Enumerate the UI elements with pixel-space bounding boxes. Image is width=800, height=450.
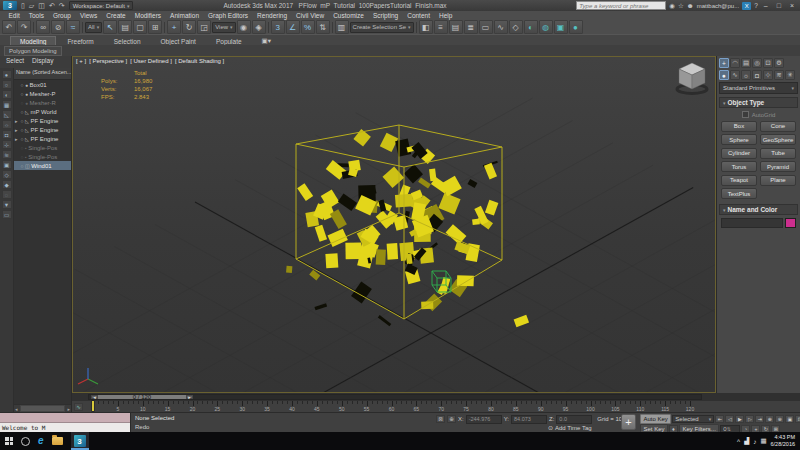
auto-key-button[interactable]: Auto Key bbox=[640, 414, 671, 424]
explorer-display-helpers-icon[interactable]: ⊹ bbox=[2, 140, 12, 149]
render-setup-icon[interactable]: ◍ bbox=[539, 20, 553, 34]
start-button[interactable] bbox=[5, 437, 13, 445]
app-menu-button[interactable]: 3 bbox=[3, 1, 17, 10]
window-crossing-icon[interactable]: ⊞ bbox=[148, 20, 162, 34]
edge-browser-icon[interactable]: e bbox=[38, 435, 44, 447]
explorer-select-all-icon[interactable]: ● bbox=[2, 70, 12, 79]
add-time-tag[interactable]: ⊙ Add Time Tag bbox=[548, 424, 592, 431]
object-type-button-tube[interactable]: Tube bbox=[760, 148, 796, 159]
track-bar[interactable]: ∿ 51015202530354045505560657075808590951… bbox=[72, 401, 800, 412]
object-type-button-textplus[interactable]: TextPlus bbox=[721, 188, 757, 199]
viewport-canvas[interactable] bbox=[73, 57, 715, 392]
signed-in-user[interactable]: mattbach@pu... bbox=[697, 3, 739, 9]
communication-center-icon[interactable]: X bbox=[742, 2, 751, 10]
explorer-frame-icon[interactable]: ▭ bbox=[2, 210, 12, 219]
go-to-end-button[interactable]: ⇥ bbox=[755, 415, 764, 423]
close-button[interactable]: × bbox=[787, 2, 797, 9]
scene-explorer-toggle-icon[interactable]: ≣ bbox=[464, 20, 478, 34]
scroll-right-icon[interactable]: ▸ bbox=[66, 406, 71, 412]
modify-tab-icon[interactable]: ◠ bbox=[730, 58, 740, 68]
new-scene-icon[interactable]: ▯ bbox=[20, 1, 26, 10]
undo-small-icon[interactable]: ↶ bbox=[48, 1, 56, 10]
workspace-dropdown[interactable]: Workspace: Default ▾ bbox=[69, 1, 134, 10]
previous-frame-button[interactable]: ◁ bbox=[725, 415, 734, 423]
explorer-menu-display[interactable]: Display bbox=[32, 57, 53, 67]
object-type-button-torus[interactable]: Torus bbox=[721, 161, 757, 172]
percent-snap-icon[interactable]: % bbox=[301, 20, 315, 34]
current-frame-marker[interactable] bbox=[92, 401, 94, 411]
previous-frame-icon[interactable]: ◂ bbox=[91, 395, 98, 399]
viewport-label-segment-2[interactable]: [ User Defined ] bbox=[130, 58, 172, 64]
object-type-button-sphere[interactable]: Sphere bbox=[721, 134, 757, 145]
create-tab-icon[interactable]: + bbox=[719, 58, 729, 68]
spinner-icon[interactable]: ⇅ bbox=[727, 426, 731, 432]
expand-arrow-icon[interactable]: ▸ bbox=[15, 118, 19, 124]
explorer-row-mesher-p[interactable]: ○●Mesher-P bbox=[14, 89, 71, 98]
menu-modifiers[interactable]: Modifiers bbox=[130, 12, 165, 19]
utilities-tab-icon[interactable]: ⚙ bbox=[774, 58, 784, 68]
selection-region-icon[interactable]: ▢ bbox=[133, 20, 147, 34]
zoom-all-icon[interactable]: ⊛ bbox=[775, 415, 784, 423]
explorer-menu-select[interactable]: Select bbox=[6, 57, 24, 67]
user-icon[interactable]: ☻ bbox=[687, 2, 694, 9]
menu-views[interactable]: Views bbox=[75, 12, 101, 19]
file-explorer-icon[interactable] bbox=[52, 437, 63, 445]
explorer-display-shapes-icon[interactable]: ◺ bbox=[2, 110, 12, 119]
explorer-filter-icon[interactable]: ▼ bbox=[2, 200, 12, 209]
menu-animation[interactable]: Animation bbox=[166, 12, 204, 19]
play-button[interactable]: ▶ bbox=[735, 415, 744, 423]
material-editor-icon[interactable]: ◐ bbox=[524, 20, 538, 34]
menu-civil-view[interactable]: Civil View bbox=[292, 12, 329, 19]
selection-filter-dropdown[interactable]: All▾ bbox=[85, 22, 102, 33]
explorer-search-icon[interactable]: ◌ bbox=[2, 190, 12, 199]
viewport-label-segment-3[interactable]: [ Default Shading ] bbox=[175, 58, 224, 64]
visibility-eye-icon[interactable]: ○ bbox=[21, 145, 24, 151]
viewport-label-segment-0[interactable]: [ + ] bbox=[76, 58, 86, 64]
menu-help[interactable]: Help bbox=[434, 12, 456, 19]
explorer-row-mesher-r[interactable]: ○●Mesher-R bbox=[14, 98, 71, 107]
menu-customize[interactable]: Customize bbox=[329, 12, 369, 19]
angle-snap-icon[interactable]: ∠ bbox=[286, 20, 300, 34]
set-keys-button[interactable]: + bbox=[621, 414, 636, 430]
explorer-column-header[interactable]: Name (Sorted Ascen... bbox=[14, 68, 71, 80]
menu-group[interactable]: Group bbox=[48, 12, 75, 19]
reference-coordinate-dropdown[interactable]: View▾ bbox=[212, 22, 235, 33]
next-frame-icon[interactable]: ▸ bbox=[186, 395, 193, 399]
explorer-select-none-icon[interactable]: ○ bbox=[2, 80, 12, 89]
align-icon[interactable]: ≡ bbox=[434, 20, 448, 34]
rendered-frame-window-icon[interactable]: ▣ bbox=[554, 20, 568, 34]
listener-macro-line[interactable] bbox=[0, 413, 130, 423]
minimize-button[interactable]: – bbox=[761, 2, 771, 9]
explorer-display-spacewarps-icon[interactable]: ≋ bbox=[2, 150, 12, 159]
scroll-left-icon[interactable]: ◂ bbox=[14, 406, 19, 412]
touch-keyboard-icon[interactable]: ▦ bbox=[760, 437, 766, 445]
select-and-link-icon[interactable]: ∞ bbox=[36, 20, 50, 34]
lights-category-icon[interactable]: ☼ bbox=[741, 70, 751, 80]
scrollbar-thumb[interactable] bbox=[20, 405, 66, 412]
help-search-input[interactable] bbox=[576, 1, 666, 10]
menu-rendering[interactable]: Rendering bbox=[253, 12, 292, 19]
menu-content[interactable]: Content bbox=[403, 12, 435, 19]
menu-tools[interactable]: Tools bbox=[24, 12, 48, 19]
visibility-eye-icon[interactable]: ○ bbox=[21, 82, 24, 88]
search-icon[interactable]: ◉ bbox=[669, 2, 675, 10]
hierarchy-tab-icon[interactable]: ▤ bbox=[741, 58, 751, 68]
explorer-row-single-pos[interactable]: ○▪Single-Pos bbox=[14, 143, 71, 152]
help-icon[interactable]: ? bbox=[754, 2, 758, 9]
render-production-icon[interactable]: ● bbox=[569, 20, 583, 34]
expand-arrow-icon[interactable]: ▸ bbox=[15, 136, 19, 142]
primitive-category-dropdown[interactable]: Standard Primitives ▾ bbox=[719, 82, 798, 94]
maximize-button[interactable]: □ bbox=[774, 2, 784, 9]
explorer-row-pf-engine[interactable]: ▸○◺PF Engine bbox=[14, 134, 71, 143]
explorer-display-groups-icon[interactable]: ▣ bbox=[2, 160, 12, 169]
helpers-category-icon[interactable]: ⊹ bbox=[763, 70, 773, 80]
zoom-extents-icon[interactable]: ▣ bbox=[785, 415, 794, 423]
cameras-category-icon[interactable]: ◘ bbox=[752, 70, 762, 80]
object-type-button-teapot[interactable]: Teapot bbox=[721, 175, 757, 186]
tray-expand-icon[interactable]: ^ bbox=[737, 438, 740, 445]
explorer-display-cameras-icon[interactable]: ◘ bbox=[2, 130, 12, 139]
favorites-star-icon[interactable]: ☆ bbox=[678, 2, 684, 10]
mirror-icon[interactable]: ◧ bbox=[419, 20, 433, 34]
volume-icon[interactable]: ♪ bbox=[753, 438, 756, 445]
menu-graph-editors[interactable]: Graph Editors bbox=[204, 12, 253, 19]
